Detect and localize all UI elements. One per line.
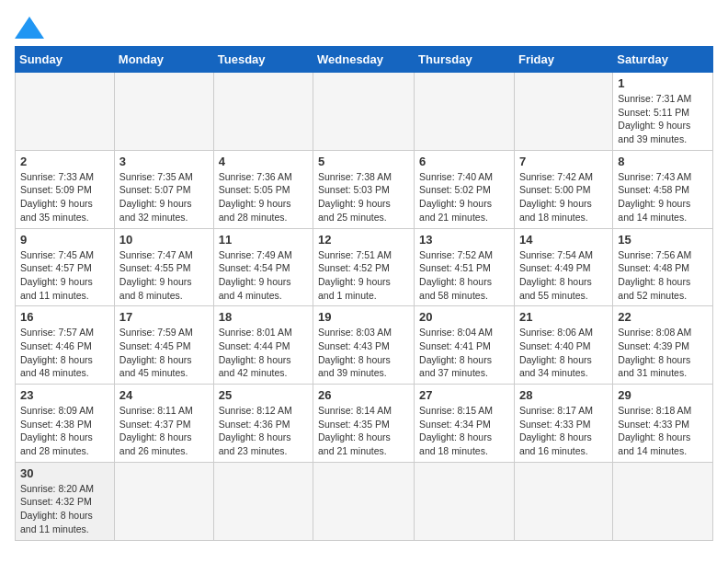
calendar-cell [313, 462, 415, 540]
calendar-table: SundayMondayTuesdayWednesdayThursdayFrid… [15, 46, 713, 541]
day-number: 24 [119, 388, 209, 402]
day-info: Sunrise: 7:40 AM Sunset: 5:02 PM Dayligh… [419, 170, 509, 224]
day-number: 12 [318, 233, 409, 247]
calendar-cell: 20Sunrise: 8:04 AM Sunset: 4:41 PM Dayli… [415, 306, 515, 385]
calendar-week-3: 9Sunrise: 7:45 AM Sunset: 4:57 PM Daylig… [16, 228, 713, 306]
day-info: Sunrise: 7:56 AM Sunset: 4:48 PM Dayligh… [618, 248, 708, 303]
day-info: Sunrise: 7:38 AM Sunset: 5:03 PM Dayligh… [318, 170, 409, 224]
day-number: 8 [618, 155, 708, 168]
day-info: Sunrise: 7:47 AM Sunset: 4:55 PM Dayligh… [119, 248, 209, 303]
day-number: 14 [519, 233, 608, 247]
day-number: 7 [519, 155, 608, 168]
weekday-header-saturday: Saturday [613, 47, 713, 73]
calendar-cell: 26Sunrise: 8:14 AM Sunset: 4:35 PM Dayli… [313, 385, 415, 463]
calendar-cell: 18Sunrise: 8:01 AM Sunset: 4:44 PM Dayli… [213, 306, 313, 385]
calendar-week-6: 30Sunrise: 8:20 AM Sunset: 4:32 PM Dayli… [16, 462, 713, 540]
day-number: 2 [20, 155, 109, 168]
day-info: Sunrise: 8:14 AM Sunset: 4:35 PM Dayligh… [318, 404, 409, 458]
day-info: Sunrise: 7:45 AM Sunset: 4:57 PM Dayligh… [20, 248, 109, 303]
day-info: Sunrise: 8:18 AM Sunset: 4:33 PM Dayligh… [618, 404, 708, 458]
calendar-cell: 21Sunrise: 8:06 AM Sunset: 4:40 PM Dayli… [514, 306, 612, 385]
calendar-cell: 25Sunrise: 8:12 AM Sunset: 4:36 PM Dayli… [213, 385, 313, 463]
calendar-cell [514, 462, 612, 540]
day-number: 20 [419, 310, 509, 324]
calendar-week-1: 1Sunrise: 7:31 AM Sunset: 5:11 PM Daylig… [16, 73, 713, 151]
day-number: 4 [219, 155, 308, 168]
calendar-cell: 29Sunrise: 8:18 AM Sunset: 4:33 PM Dayli… [613, 385, 713, 463]
weekday-header-friday: Friday [514, 47, 612, 73]
day-info: Sunrise: 8:20 AM Sunset: 4:32 PM Dayligh… [20, 482, 109, 536]
day-number: 30 [20, 466, 109, 480]
day-number: 21 [519, 310, 608, 324]
calendar-cell: 19Sunrise: 8:03 AM Sunset: 4:43 PM Dayli… [313, 306, 415, 385]
calendar-cell: 4Sunrise: 7:36 AM Sunset: 5:05 PM Daylig… [213, 150, 313, 228]
day-number: 1 [618, 76, 708, 90]
day-number: 25 [219, 388, 308, 402]
day-info: Sunrise: 8:09 AM Sunset: 4:38 PM Dayligh… [20, 404, 109, 458]
day-info: Sunrise: 7:36 AM Sunset: 5:05 PM Dayligh… [219, 170, 308, 224]
day-info: Sunrise: 7:49 AM Sunset: 4:54 PM Dayligh… [219, 248, 308, 303]
day-number: 16 [20, 310, 109, 324]
day-info: Sunrise: 7:42 AM Sunset: 5:00 PM Dayligh… [519, 170, 608, 224]
day-info: Sunrise: 8:03 AM Sunset: 4:43 PM Dayligh… [318, 326, 409, 380]
weekday-header-wednesday: Wednesday [313, 47, 415, 73]
day-info: Sunrise: 7:43 AM Sunset: 4:58 PM Dayligh… [618, 170, 708, 224]
day-info: Sunrise: 8:04 AM Sunset: 4:41 PM Dayligh… [419, 326, 509, 380]
day-info: Sunrise: 7:31 AM Sunset: 5:11 PM Dayligh… [618, 92, 708, 146]
calendar-cell: 15Sunrise: 7:56 AM Sunset: 4:48 PM Dayli… [613, 228, 713, 306]
day-info: Sunrise: 8:12 AM Sunset: 4:36 PM Dayligh… [219, 404, 308, 458]
calendar-cell: 30Sunrise: 8:20 AM Sunset: 4:32 PM Dayli… [16, 462, 115, 540]
day-info: Sunrise: 7:52 AM Sunset: 4:51 PM Dayligh… [419, 248, 509, 303]
calendar-cell [114, 462, 213, 540]
calendar-cell [613, 462, 713, 540]
calendar-cell [415, 462, 515, 540]
calendar-cell: 8Sunrise: 7:43 AM Sunset: 4:58 PM Daylig… [613, 150, 713, 228]
day-number: 10 [119, 233, 209, 247]
day-number: 23 [20, 388, 109, 402]
day-number: 9 [20, 233, 109, 247]
calendar-week-4: 16Sunrise: 7:57 AM Sunset: 4:46 PM Dayli… [16, 306, 713, 385]
calendar-cell: 14Sunrise: 7:54 AM Sunset: 4:49 PM Dayli… [514, 228, 612, 306]
calendar-cell [415, 73, 515, 151]
calendar-cell: 3Sunrise: 7:35 AM Sunset: 5:07 PM Daylig… [114, 150, 213, 228]
day-number: 29 [618, 388, 708, 402]
calendar-cell [213, 73, 313, 151]
day-number: 6 [419, 155, 509, 168]
calendar-cell: 22Sunrise: 8:08 AM Sunset: 4:39 PM Dayli… [613, 306, 713, 385]
day-number: 22 [618, 310, 708, 324]
calendar-cell: 28Sunrise: 8:17 AM Sunset: 4:33 PM Dayli… [514, 385, 612, 463]
weekday-header-thursday: Thursday [415, 47, 515, 73]
calendar-cell [213, 462, 313, 540]
logo [15, 15, 44, 39]
day-number: 3 [119, 155, 209, 168]
calendar-cell [114, 73, 213, 151]
calendar-cell: 27Sunrise: 8:15 AM Sunset: 4:34 PM Dayli… [415, 385, 515, 463]
day-number: 28 [519, 388, 608, 402]
day-info: Sunrise: 7:51 AM Sunset: 4:52 PM Dayligh… [318, 248, 409, 303]
calendar-cell: 7Sunrise: 7:42 AM Sunset: 5:00 PM Daylig… [514, 150, 612, 228]
day-number: 27 [419, 388, 509, 402]
calendar-cell [16, 73, 115, 151]
calendar-cell: 6Sunrise: 7:40 AM Sunset: 5:02 PM Daylig… [415, 150, 515, 228]
weekday-header-tuesday: Tuesday [213, 47, 313, 73]
calendar-cell: 2Sunrise: 7:33 AM Sunset: 5:09 PM Daylig… [16, 150, 115, 228]
day-info: Sunrise: 8:17 AM Sunset: 4:33 PM Dayligh… [519, 404, 608, 458]
day-info: Sunrise: 8:08 AM Sunset: 4:39 PM Dayligh… [618, 326, 708, 380]
day-number: 5 [318, 155, 409, 168]
day-info: Sunrise: 8:11 AM Sunset: 4:37 PM Dayligh… [119, 404, 209, 458]
calendar-week-5: 23Sunrise: 8:09 AM Sunset: 4:38 PM Dayli… [16, 385, 713, 463]
day-number: 19 [318, 310, 409, 324]
calendar-cell: 17Sunrise: 7:59 AM Sunset: 4:45 PM Dayli… [114, 306, 213, 385]
weekday-header-sunday: Sunday [16, 47, 115, 73]
calendar-cell: 16Sunrise: 7:57 AM Sunset: 4:46 PM Dayli… [16, 306, 115, 385]
day-info: Sunrise: 7:54 AM Sunset: 4:49 PM Dayligh… [519, 248, 608, 303]
day-info: Sunrise: 7:33 AM Sunset: 5:09 PM Dayligh… [20, 170, 109, 224]
page-header [15, 15, 713, 39]
day-info: Sunrise: 8:01 AM Sunset: 4:44 PM Dayligh… [219, 326, 308, 380]
day-number: 11 [219, 233, 308, 247]
day-number: 17 [119, 310, 209, 324]
calendar-cell: 12Sunrise: 7:51 AM Sunset: 4:52 PM Dayli… [313, 228, 415, 306]
calendar-cell: 23Sunrise: 8:09 AM Sunset: 4:38 PM Dayli… [16, 385, 115, 463]
calendar-header-row: SundayMondayTuesdayWednesdayThursdayFrid… [16, 47, 713, 73]
calendar-cell [313, 73, 415, 151]
